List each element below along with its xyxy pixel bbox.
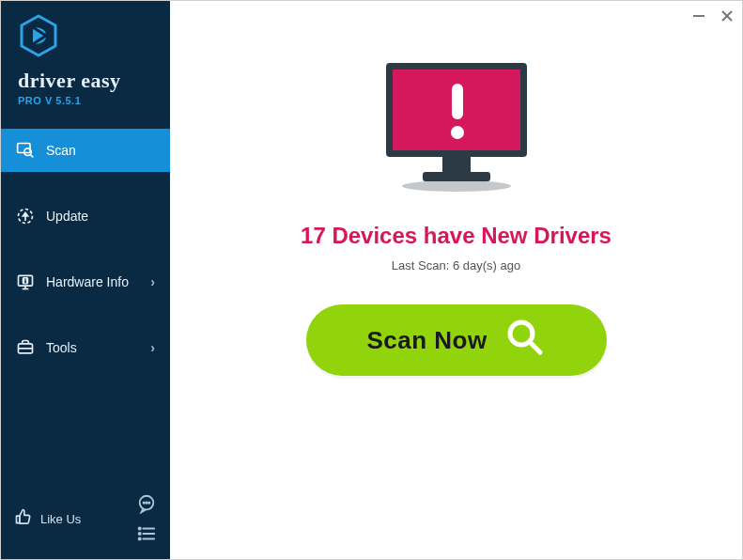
svg-rect-29 [442,157,471,172]
brand-block: driver easy PRO V 5.5.1 [1,1,170,123]
sidebar-item-update[interactable]: Update [1,194,170,238]
svg-rect-32 [452,84,463,119]
svg-point-18 [144,502,145,503]
app-window: driver easy PRO V 5.5.1 Scan [0,0,743,560]
sidebar: driver easy PRO V 5.5.1 Scan [1,1,170,559]
thumbs-up-icon [14,507,33,530]
feedback-icon[interactable] [136,493,157,514]
sidebar-nav: Scan Update [1,129,170,392]
last-scan-text: Last Scan: 6 day(s) ago [392,258,520,272]
sidebar-item-tools[interactable]: Tools › [1,326,170,369]
svg-marker-8 [22,211,29,221]
brand-name: driver easy [18,69,121,93]
svg-point-31 [402,180,511,192]
minimize-button[interactable] [689,7,708,25]
svg-point-19 [146,502,147,503]
tools-icon [16,338,35,357]
logo-icon [18,14,59,63]
hardware-info-icon [16,272,35,291]
status-heading: 17 Devices have New Drivers [301,223,611,249]
sidebar-item-label: Scan [46,143,76,158]
update-icon [16,207,35,226]
like-us-button[interactable]: Like Us [14,507,81,530]
svg-point-33 [451,126,464,139]
sidebar-item-label: Tools [46,340,77,355]
svg-point-23 [139,533,141,535]
main-content: 17 Devices have New Drivers Last Scan: 6… [170,1,742,559]
svg-point-21 [139,527,141,529]
footer-left: Like Us [14,507,81,530]
scan-now-button[interactable]: Scan Now [306,304,607,376]
sidebar-footer: Like Us [1,484,170,559]
window-controls [689,7,736,25]
sidebar-item-label: Update [46,209,88,224]
chevron-right-icon: › [150,274,155,289]
brand-logo: driver easy PRO V 5.5.1 [18,14,153,106]
sidebar-item-label: Hardware Info [46,274,129,289]
svg-rect-30 [423,172,490,181]
svg-point-20 [148,502,149,503]
svg-line-35 [530,342,540,352]
search-icon [504,317,546,365]
like-us-label: Like Us [40,512,81,526]
alert-illustration [377,57,536,202]
menu-icon[interactable] [136,523,157,544]
sidebar-item-hardware-info[interactable]: Hardware Info › [1,260,170,303]
scan-now-label: Scan Now [366,326,487,355]
close-button[interactable] [718,7,736,25]
chevron-right-icon: › [150,340,155,355]
sidebar-item-scan[interactable]: Scan [1,129,170,172]
scan-icon [16,141,35,160]
brand-version: PRO V 5.5.1 [18,95,81,106]
svg-point-25 [139,537,141,539]
svg-line-6 [30,154,33,157]
footer-right [136,493,157,544]
monitor-alert-icon [377,57,536,198]
